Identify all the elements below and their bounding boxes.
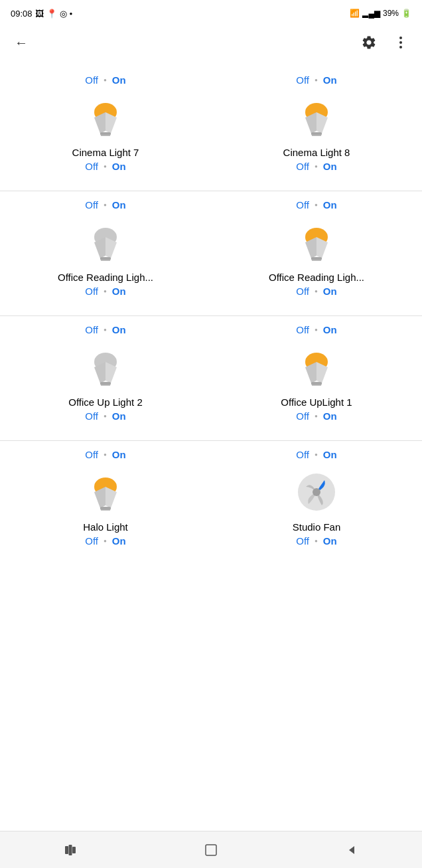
on-button-bottom-cinema-light-8[interactable]: On [323, 161, 337, 172]
device-icon-cinema-light-8 [293, 94, 340, 141]
toggle-row-bottom-cinema-light-7: Off ● On [85, 161, 125, 172]
on-button-bottom-studio-fan[interactable]: On [323, 535, 337, 547]
back-button[interactable]: ← [8, 29, 35, 56]
dot-studio-fan: ● [315, 452, 318, 458]
off-button-bottom-halo-light[interactable]: Off [85, 535, 98, 547]
device-icon-office-reading-light-1 [82, 218, 129, 266]
svg-rect-49 [72, 847, 76, 853]
on-button-office-reading-light-1[interactable]: On [112, 199, 126, 211]
on-button-cinema-light-8[interactable]: On [323, 74, 337, 86]
on-button-bottom-halo-light[interactable]: On [112, 535, 126, 547]
toggle-row-top-halo-light: Off ● On [85, 449, 125, 460]
radio-icon: ◎ [60, 9, 67, 19]
off-button-bottom-studio-fan[interactable]: Off [296, 535, 309, 547]
off-button-bottom-office-uplight-1[interactable]: Off [296, 410, 309, 422]
recents-button[interactable] [44, 837, 97, 863]
on-button-bottom-cinema-light-7[interactable]: On [112, 161, 126, 172]
dot-bottom-office-uplight-1: ● [315, 413, 318, 419]
more-button[interactable] [387, 29, 414, 56]
off-button-bottom-cinema-light-7[interactable]: Off [85, 161, 98, 172]
dot-bottom-office-reading-light-1: ● [104, 288, 107, 294]
off-button-cinema-light-7[interactable]: Off [85, 74, 98, 86]
dot-cinema-light-7: ● [104, 77, 107, 83]
signal-icon: ▂▄▆ [362, 9, 380, 18]
toggle-row-top-office-reading-light-2: Off ● On [296, 199, 336, 211]
device-icon-office-up-light-2 [82, 343, 129, 391]
dot-bottom-halo-light: ● [104, 538, 107, 544]
device-icon-cinema-light-7 [82, 94, 129, 141]
dot-bottom-cinema-light-8: ● [315, 163, 318, 169]
location-icon: 📍 [46, 9, 57, 19]
toggle-row-bottom-studio-fan: Off ● On [296, 535, 336, 547]
on-button-bottom-office-reading-light-1[interactable]: On [112, 286, 126, 297]
top-bar-actions [356, 29, 414, 56]
device-icon-office-reading-light-2 [293, 218, 340, 266]
device-icon-studio-fan [293, 468, 340, 516]
toggle-row-top-studio-fan: Off ● On [296, 449, 336, 460]
toggle-row-top-cinema-light-7: Off ● On [85, 74, 125, 86]
on-button-halo-light[interactable]: On [112, 449, 126, 460]
on-button-office-uplight-1[interactable]: On [323, 324, 337, 335]
on-button-studio-fan[interactable]: On [323, 449, 337, 460]
off-button-bottom-office-up-light-2[interactable]: Off [85, 410, 98, 422]
dot-office-reading-light-1: ● [104, 202, 107, 208]
gallery-icon: 🖼 [35, 9, 44, 19]
status-bar: 09:08 🖼 📍 ◎ ● 📶 ▂▄▆ 39% 🔋 [0, 0, 422, 24]
svg-marker-51 [349, 846, 354, 854]
toggle-row-top-office-reading-light-1: Off ● On [85, 199, 125, 211]
device-name-office-uplight-1: Office UpLight 1 [281, 396, 352, 408]
top-bar: ← [0, 24, 422, 61]
device-grid: Off ● On Cinema Light 7 Off ● On Off [0, 61, 422, 565]
device-name-office-reading-light-2: Office Reading Ligh... [269, 272, 364, 283]
dot-office-reading-light-2: ● [315, 202, 318, 208]
svg-point-46 [313, 488, 320, 496]
svg-point-1 [399, 41, 402, 44]
status-left: 09:08 🖼 📍 ◎ ● [11, 9, 72, 19]
device-name-cinema-light-8: Cinema Light 8 [283, 147, 350, 158]
toggle-row-bottom-office-reading-light-2: Off ● On [296, 286, 336, 297]
on-button-bottom-office-reading-light-2[interactable]: On [323, 286, 337, 297]
dot-icon: ● [70, 11, 73, 17]
device-card-office-reading-light-2: Off ● On Office Reading Ligh... Off ● On [211, 191, 422, 315]
on-button-bottom-office-uplight-1[interactable]: On [323, 410, 337, 422]
wifi-icon: 📶 [350, 9, 360, 18]
dot-office-up-light-2: ● [104, 327, 107, 333]
off-button-studio-fan[interactable]: Off [296, 449, 309, 460]
device-card-office-reading-light-1: Off ● On Office Reading Ligh... Off ● On [0, 191, 211, 315]
off-button-bottom-office-reading-light-1[interactable]: Off [85, 286, 98, 297]
off-button-office-reading-light-2[interactable]: Off [296, 199, 309, 211]
device-name-studio-fan: Studio Fan [293, 521, 341, 533]
settings-button[interactable] [356, 29, 382, 56]
dot-bottom-studio-fan: ● [315, 538, 318, 544]
on-button-office-reading-light-2[interactable]: On [323, 199, 337, 211]
toggle-row-bottom-office-reading-light-1: Off ● On [85, 286, 125, 297]
dot-bottom-office-up-light-2: ● [104, 413, 107, 419]
off-button-office-uplight-1[interactable]: Off [296, 324, 309, 335]
back-nav-button[interactable] [325, 837, 378, 863]
on-button-office-up-light-2[interactable]: On [112, 324, 126, 335]
dot-halo-light: ● [104, 452, 107, 458]
status-right: 📶 ▂▄▆ 39% 🔋 [350, 9, 411, 18]
off-button-office-reading-light-1[interactable]: Off [85, 199, 98, 211]
device-card-office-up-light-2: Off ● On Office Up Light 2 Off ● On [0, 316, 211, 440]
off-button-bottom-office-reading-light-2[interactable]: Off [296, 286, 309, 297]
on-button-bottom-office-up-light-2[interactable]: On [112, 410, 126, 422]
device-card-studio-fan: Off ● On Studio Fan Off ● On [211, 441, 422, 565]
bottom-nav [0, 831, 422, 868]
device-card-halo-light: Off ● On Halo Light Off ● On [0, 441, 211, 565]
off-button-bottom-cinema-light-8[interactable]: Off [296, 161, 309, 172]
off-button-cinema-light-8[interactable]: Off [296, 74, 309, 86]
dot-cinema-light-8: ● [315, 77, 318, 83]
home-button[interactable] [184, 837, 238, 863]
time-display: 09:08 [11, 9, 33, 19]
device-name-office-up-light-2: Office Up Light 2 [68, 396, 142, 408]
svg-rect-50 [206, 845, 216, 855]
device-name-cinema-light-7: Cinema Light 7 [72, 147, 139, 158]
on-button-cinema-light-7[interactable]: On [112, 74, 126, 86]
off-button-office-up-light-2[interactable]: Off [85, 324, 98, 335]
device-card-office-uplight-1: Off ● On Office UpLight 1 Off ● On [211, 316, 422, 440]
device-name-office-reading-light-1: Office Reading Ligh... [58, 272, 153, 283]
device-icon-office-uplight-1 [293, 343, 340, 391]
toggle-row-top-cinema-light-8: Off ● On [296, 74, 336, 86]
off-button-halo-light[interactable]: Off [85, 449, 98, 460]
